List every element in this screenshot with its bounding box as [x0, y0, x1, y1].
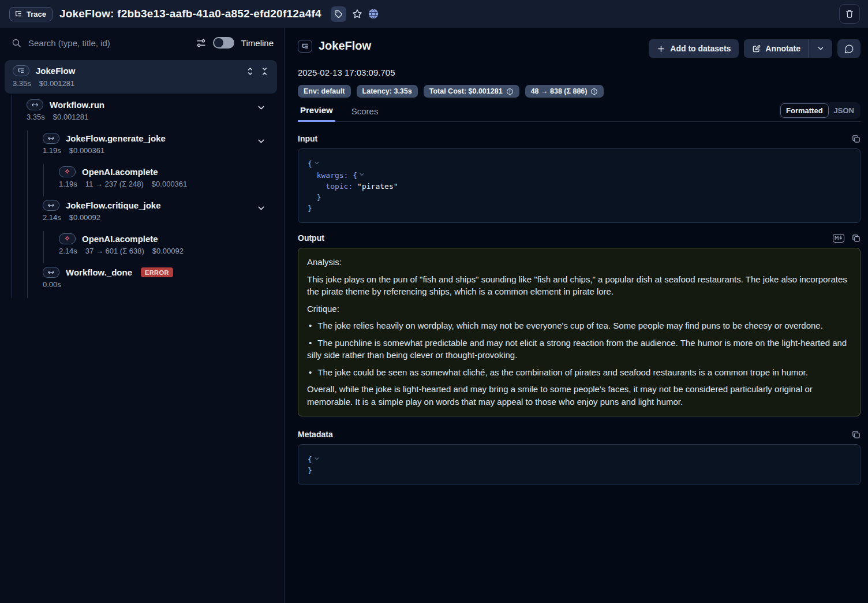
json-brace: {: [353, 171, 357, 180]
span-node-icon: [43, 200, 59, 211]
annotate-button[interactable]: Annotate: [744, 39, 809, 58]
output-bullet-item: •The joke could be seen as somewhat clic…: [307, 366, 851, 379]
chevron-down-icon: [359, 172, 365, 177]
node-tokens: 11 → 237 (Σ 248): [85, 180, 144, 188]
add-to-datasets-button[interactable]: Add to datasets: [649, 39, 739, 58]
tree-node-acomplete-2[interactable]: OpenAI.acomplete 2.14s 37 → 601 (Σ 638) …: [0, 232, 284, 266]
delete-trace-button[interactable]: [839, 4, 860, 24]
copy-metadata-button[interactable]: [852, 430, 860, 439]
tab-preview[interactable]: Preview: [298, 105, 335, 122]
metadata-section-label: Metadata: [298, 430, 333, 439]
tab-scores[interactable]: Scores: [349, 106, 381, 121]
span-node-icon: [43, 133, 59, 144]
timeline-toggle-label: Timeline: [241, 38, 274, 48]
metadata-json-viewer: { }: [298, 444, 860, 485]
collapse-json-button[interactable]: [314, 158, 320, 169]
globe-icon: [368, 9, 379, 19]
detail-tabs: Preview Scores Formatted JSON: [298, 105, 860, 122]
collapse-node-button[interactable]: [257, 137, 265, 146]
tree-node-workflow-done[interactable]: Workflow._done ERROR 0.00s: [0, 266, 284, 299]
tree-node-workflow-run[interactable]: Workflow.run 3.35s $0.001281: [0, 98, 284, 132]
output-bullet-item: •The punchline is somewhat predictable a…: [307, 337, 851, 362]
tree-node-name: OpenAI.acomplete: [82, 234, 158, 244]
markdown-icon: [834, 235, 843, 241]
total-cost-badge: Total Cost: $0.001281: [424, 85, 519, 98]
node-cost: $0.001281: [53, 113, 88, 121]
token-usage-badge: 48 → 838 (Σ 886): [525, 85, 604, 98]
info-icon: [590, 88, 598, 95]
markdown-toggle-button[interactable]: [833, 234, 844, 243]
tree-node-name: JokeFlow.generate_joke: [66, 133, 166, 143]
node-latency: 0.00s: [43, 280, 61, 289]
copy-output-button[interactable]: [852, 234, 860, 243]
tree-node-jokeflow-root[interactable]: JokeFlow 3.35s $0.001281: [5, 60, 277, 94]
comments-button[interactable]: [837, 39, 860, 58]
copy-input-button[interactable]: [852, 135, 860, 143]
timeline-toggle[interactable]: [213, 37, 234, 49]
collapse-json-button[interactable]: [314, 453, 320, 464]
collapse-node-button[interactable]: [257, 204, 265, 213]
span-node-icon: [43, 267, 59, 278]
node-latency: 2.14s: [43, 213, 61, 222]
bullet-text: The joke could be seen as somewhat clich…: [317, 367, 808, 377]
bullet-text: The joke relies heavily on wordplay, whi…: [317, 321, 823, 330]
format-toggle: Formatted JSON: [779, 102, 860, 119]
collapse-json-button[interactable]: [359, 169, 365, 180]
chevron-down-icon: [817, 44, 825, 53]
tree-search-row: Timeline: [0, 28, 284, 54]
list-tree-icon: [17, 67, 25, 75]
plus-icon: [657, 44, 665, 53]
add-to-datasets-label: Add to datasets: [670, 44, 731, 53]
star-icon: [352, 9, 362, 19]
bookmark-star-button[interactable]: [352, 9, 362, 19]
trace-node-icon: [13, 65, 29, 76]
edit-pencil-icon: [752, 44, 761, 53]
collapse-all-button[interactable]: [260, 67, 269, 76]
input-section: Input { kwargs: { topic: "pirates" } }: [298, 134, 860, 223]
chevron-down-icon: [314, 160, 320, 166]
trace-detail-panel: JokeFlow Add to datasets Annotate: [285, 28, 868, 603]
trace-metric-badges: Env: default Latency: 3.35s Total Cost: …: [298, 85, 860, 98]
generation-node-icon: [59, 166, 76, 177]
page-title: JokeFlow: f2bb3e13-aafb-41a0-a852-efd20f…: [59, 8, 321, 20]
metadata-section: Metadata { }: [298, 430, 860, 485]
trace-type-icon-badge: [298, 40, 312, 53]
tree-node-acomplete-1[interactable]: OpenAI.acomplete 1.19s 11 → 237 (Σ 248) …: [0, 165, 284, 199]
annotate-split-button: Annotate: [744, 39, 832, 58]
info-icon: [506, 88, 514, 95]
node-cost: $0.00092: [152, 247, 184, 255]
format-toggle-json[interactable]: JSON: [829, 104, 859, 117]
unfold-vertical-icon: [246, 67, 255, 76]
expand-all-button[interactable]: [246, 67, 255, 76]
trace-tree: Workflow.run 3.35s $0.001281 JokeFlow.ge…: [0, 98, 284, 299]
annotate-dropdown-button[interactable]: [809, 39, 832, 58]
filter-settings-icon[interactable]: [196, 38, 206, 48]
node-latency: 3.35s: [13, 79, 31, 88]
chevron-down-icon: [257, 204, 265, 213]
input-json-viewer: { kwargs: { topic: "pirates" } }: [298, 148, 860, 223]
total-cost-badge-label: Total Cost: $0.001281: [429, 87, 503, 95]
format-toggle-formatted[interactable]: Formatted: [780, 103, 829, 118]
search-input[interactable]: [28, 38, 189, 48]
tree-node-name: Workflow._done: [66, 267, 132, 277]
latency-badge-label: Latency: 3.35s: [362, 87, 412, 95]
tags-button[interactable]: [331, 6, 346, 22]
list-tree-icon: [14, 10, 23, 18]
span-node-icon: [27, 99, 43, 110]
visibility-button[interactable]: [368, 9, 379, 19]
trace-tree-sidebar: Timeline JokeFlow 3.35s $0.001281: [0, 28, 285, 603]
arrow-left-right-icon: [47, 269, 55, 276]
chevron-down-icon: [257, 103, 265, 112]
tree-node-generate-joke[interactable]: JokeFlow.generate_joke 1.19s $0.000361: [0, 132, 284, 165]
trace-type-badge: Trace: [9, 7, 53, 21]
comment-bubble-icon: [844, 44, 854, 54]
tree-node-critique-joke[interactable]: JokeFlow.critique_joke 2.14s $0.00092: [0, 199, 284, 232]
error-status-badge: ERROR: [141, 267, 173, 277]
node-cost: $0.000361: [69, 146, 104, 155]
trace-timestamp: 2025-02-13 17:03:09.705: [298, 68, 860, 77]
top-bar: Trace JokeFlow: f2bb3e13-aafb-41a0-a852-…: [0, 0, 868, 28]
output-content: Analysis: This joke plays on the pun of …: [298, 248, 860, 416]
collapse-node-button[interactable]: [257, 103, 265, 112]
json-key: topic:: [326, 182, 353, 191]
output-bullet-item: •The joke relies heavily on wordplay, wh…: [307, 319, 851, 332]
